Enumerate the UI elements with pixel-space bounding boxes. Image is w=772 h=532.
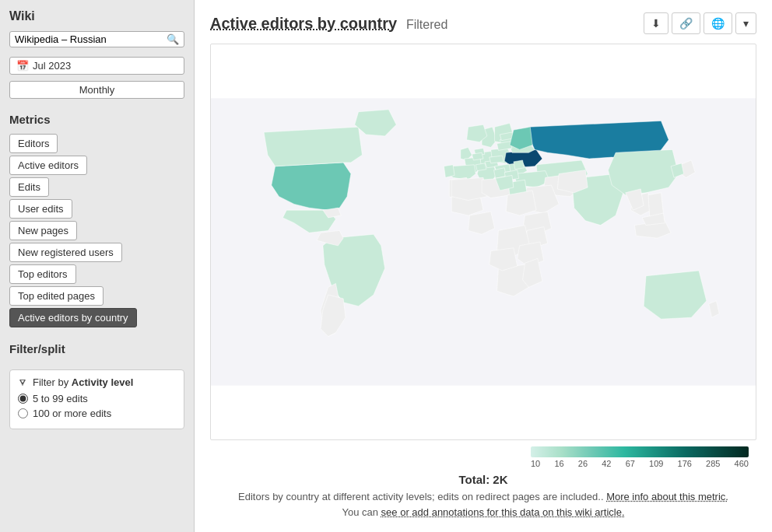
- metrics-list: EditorsActive editorsEditsUser editsNew …: [9, 134, 184, 330]
- more-button[interactable]: ▾: [735, 12, 756, 34]
- portugal-country: [444, 165, 454, 178]
- legend-val-6: 176: [678, 459, 692, 468]
- date-badge[interactable]: 📅 Jul 2023: [9, 57, 184, 75]
- filter-by-label: Filter by Activity level: [33, 376, 133, 388]
- metric-btn-active-editors[interactable]: Active editors: [9, 156, 87, 175]
- metric-btn-user-edits[interactable]: User edits: [9, 199, 72, 219]
- metric-btn-top-edited-pages[interactable]: Top edited pages: [9, 286, 104, 306]
- legend-labels: 10 16 26 42 67 109 176 285 460: [531, 459, 749, 468]
- metric-btn-new-pages[interactable]: New pages: [9, 221, 77, 240]
- sidebar: Wiki 🔍 📅 Jul 2023 Monthly Metrics Editor…: [0, 0, 195, 532]
- metrics-label: Metrics: [9, 113, 184, 126]
- belgium-country: [472, 152, 483, 160]
- filter-title: ⛛ Filter by Activity level: [18, 376, 176, 388]
- filter-label-5-99: 5 to 99 edits: [33, 393, 88, 404]
- toolbar: ⬇ 🔗 🌐 ▾: [644, 12, 756, 34]
- annotation-text: You can: [342, 506, 378, 518]
- filter-split-label: Filter/split: [9, 342, 184, 355]
- metric-btn-edits[interactable]: Edits: [9, 177, 49, 197]
- more-info-link[interactable]: More info about this metric.: [606, 491, 728, 502]
- filter-section: ⛛ Filter by Activity level 5 to 99 edits…: [9, 369, 184, 429]
- world-map: [211, 44, 756, 439]
- legend-val-1: 16: [554, 459, 563, 468]
- metric-btn-top-editors[interactable]: Top editors: [9, 264, 76, 284]
- legend-container: 10 16 26 42 67 109 176 285 460: [210, 446, 756, 468]
- legend-area: 10 16 26 42 67 109 176 285 460: [531, 446, 749, 468]
- main-title: Active editors by country: [210, 15, 397, 32]
- filter-option-100-plus: 100 or more edits: [18, 408, 176, 419]
- filtered-label: Filtered: [406, 18, 447, 31]
- legend-val-0: 10: [531, 459, 540, 468]
- legend-gradient: [531, 446, 749, 457]
- legend-val-8: 460: [735, 459, 749, 468]
- description-text: Editors by country at different activity…: [210, 489, 756, 520]
- legend-val-2: 26: [578, 459, 588, 468]
- legend-val-3: 42: [602, 459, 611, 468]
- map-container: [210, 44, 756, 440]
- main-content: Active editors by country Filtered ⬇ 🔗 🌐…: [195, 0, 772, 532]
- filter-icon: ⛛: [18, 376, 28, 388]
- filter-option-5-99: 5 to 99 edits: [18, 393, 176, 404]
- filter-label-100-plus: 100 or more edits: [33, 408, 111, 419]
- canada-country: [264, 127, 362, 166]
- search-icon[interactable]: 🔍: [167, 33, 179, 45]
- metric-btn-active-editors-country[interactable]: Active editors by country: [9, 308, 137, 327]
- wiki-search-input[interactable]: [15, 33, 167, 45]
- filter-radio-100-plus[interactable]: [18, 408, 28, 418]
- calendar-icon: 📅: [16, 60, 29, 72]
- language-button[interactable]: 🌐: [704, 12, 732, 34]
- download-button[interactable]: ⬇: [644, 12, 668, 34]
- switzerland-country: [475, 163, 486, 171]
- filter-bold: Activity level: [72, 376, 134, 388]
- annotation-link[interactable]: see or add annotations for this data on …: [381, 506, 625, 518]
- legend-val-5: 109: [649, 459, 663, 468]
- description-main: Editors by country at different activity…: [238, 491, 603, 502]
- link-button[interactable]: 🔗: [672, 12, 700, 34]
- title-area: Active editors by country Filtered: [210, 15, 447, 33]
- date-label: Jul 2023: [33, 60, 71, 72]
- legend-val-4: 67: [626, 459, 635, 468]
- filter-radio-5-99[interactable]: [18, 394, 28, 404]
- pakistan-country: [557, 170, 588, 193]
- metric-btn-editors[interactable]: Editors: [9, 134, 58, 153]
- total-text: Total: 2K: [210, 473, 756, 486]
- monthly-button[interactable]: Monthly: [9, 81, 184, 99]
- moldova-country: [514, 160, 525, 170]
- wiki-title: Wiki: [9, 9, 184, 23]
- wiki-search-container: 🔍: [9, 31, 184, 47]
- main-header: Active editors by country Filtered ⬇ 🔗 🌐…: [210, 12, 756, 34]
- filter-options: 5 to 99 edits100 or more edits: [18, 393, 176, 419]
- legend-val-7: 285: [706, 459, 720, 468]
- metric-btn-new-registered-users[interactable]: New registered users: [9, 243, 122, 262]
- czechia-country: [490, 156, 504, 163]
